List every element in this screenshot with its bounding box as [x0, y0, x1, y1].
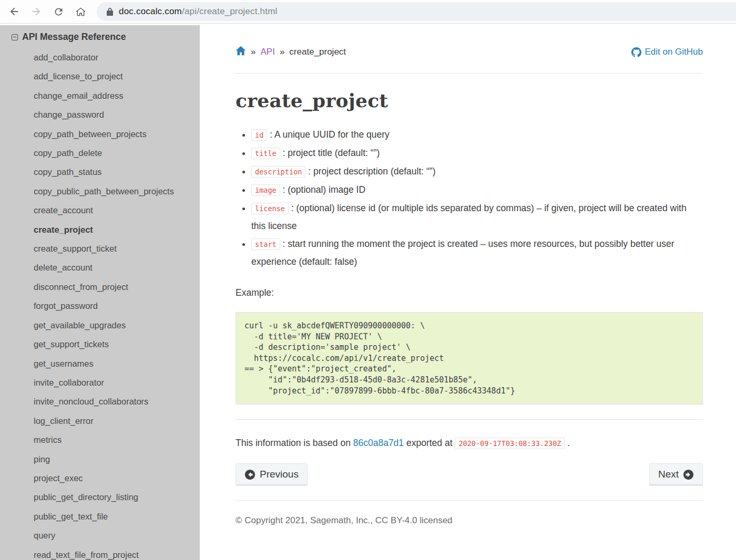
reload-icon — [53, 6, 64, 17]
param-license-code: license — [251, 203, 289, 214]
sidebar-item-forgot-password[interactable]: forgot_password — [0, 296, 200, 315]
arrow-circle-right-icon — [683, 469, 694, 480]
previous-button-label: Previous — [260, 469, 299, 480]
param-description-desc: : project description (default: “”) — [308, 166, 435, 177]
example-label: Example: — [236, 287, 703, 298]
back-arrow-icon — [8, 6, 20, 17]
sidebar-header[interactable]: API Message Reference — [0, 32, 200, 43]
sidebar-item-add-collaborator[interactable]: add_collaborator — [0, 48, 200, 67]
forward-button[interactable] — [27, 3, 45, 20]
sidebar-item-public-get-directory-listing[interactable]: public_get_directory_listing — [0, 488, 200, 506]
param-description: description : project description (defau… — [251, 163, 703, 181]
sidebar-item-copy-path-status[interactable]: copy_path_status — [0, 162, 200, 181]
sidebar-item-ping[interactable]: ping — [0, 450, 200, 469]
param-image-desc: : (optional) image ID — [283, 184, 366, 195]
param-id-code: id — [251, 129, 267, 141]
edit-on-github-link[interactable]: Edit on GitHub — [631, 47, 703, 57]
param-image-code: image — [251, 184, 280, 196]
param-title-code: title — [251, 148, 280, 159]
parameter-list: id : A unique UUID for the query title :… — [251, 126, 703, 271]
reload-button[interactable] — [49, 3, 67, 20]
home-icon — [75, 6, 86, 17]
github-icon — [631, 47, 641, 57]
sidebar-item-create-account[interactable]: create_account — [0, 201, 200, 220]
export-info-middle: exported at — [404, 438, 455, 448]
url-path: /api/create_project.html — [182, 6, 278, 16]
arrow-circle-left-icon — [244, 469, 255, 480]
sidebar-item-create-project[interactable]: create_project — [0, 220, 200, 239]
code-example-block: curl -u sk_abcdefQWERTY090900000000: \ -… — [236, 312, 703, 405]
url-bar[interactable]: doc.cocalc.com/api/create_project.html — [97, 2, 736, 21]
param-id: id : A unique UUID for the query — [251, 126, 703, 144]
breadcrumb-api-link[interactable]: API — [260, 47, 274, 57]
sidebar-list: add_collaborator add_license_to_project … — [0, 48, 200, 560]
next-button-label: Next — [658, 469, 679, 480]
sidebar-item-read-text-file-from-project[interactable]: read_text_file_from_project — [0, 545, 200, 560]
divider — [236, 500, 703, 501]
export-info-prefix: This information is based on — [236, 438, 353, 448]
sidebar-item-log-client-error[interactable]: log_client_error — [0, 411, 200, 430]
sidebar-item-copy-public-path-between-projects[interactable]: copy_public_path_between_projects — [0, 182, 200, 201]
param-license-desc: : (optional) license id (or multiple ids… — [251, 203, 687, 231]
home-button[interactable] — [71, 3, 89, 20]
param-id-desc: : A unique UUID for the query — [270, 129, 390, 140]
sidebar-item-project-exec[interactable]: project_exec — [0, 469, 200, 488]
sidebar-item-create-support-ticket[interactable]: create_support_ticket — [0, 239, 200, 258]
export-timestamp: 2020-09-17T03:08:33.230Z — [455, 438, 565, 449]
param-start-desc: : start running the moment the project i… — [251, 238, 674, 267]
param-title-desc: : project title (default: “”) — [283, 148, 380, 158]
sidebar-item-get-usernames[interactable]: get_usernames — [0, 354, 200, 373]
sidebar-item-change-password[interactable]: change_password — [0, 105, 200, 124]
sidebar-item-copy-path-delete[interactable]: copy_path_delete — [0, 143, 200, 162]
sidebar-item-change-email-address[interactable]: change_email_address — [0, 86, 200, 105]
next-button[interactable]: Next — [649, 463, 703, 485]
breadcrumb-current: create_project — [289, 47, 346, 57]
sidebar-item-query[interactable]: query — [0, 526, 200, 545]
sidebar-item-copy-path-between-projects[interactable]: copy_path_between_projects — [0, 125, 200, 143]
sidebar-item-disconnect-from-project[interactable]: disconnect_from_project — [0, 277, 200, 296]
sidebar-item-metrics[interactable]: metrics — [0, 430, 200, 449]
page-title: create_project — [236, 89, 703, 111]
copyright-text: © Copyright 2021, Sagemath, Inc., CC BY-… — [236, 515, 703, 526]
breadcrumb-separator: » — [251, 47, 255, 57]
param-title: title : project title (default: “”) — [251, 144, 703, 162]
sidebar: API Message Reference add_collaborator a… — [0, 25, 200, 560]
sidebar-item-get-support-tickets[interactable]: get_support_tickets — [0, 335, 200, 354]
forward-arrow-icon — [30, 6, 42, 17]
url-text: doc.cocalc.com/api/create_project.html — [119, 6, 277, 17]
back-button[interactable] — [5, 3, 23, 20]
param-image: image : (optional) image ID — [251, 181, 703, 199]
divider — [236, 73, 703, 74]
breadcrumb-separator: » — [280, 47, 284, 57]
edit-on-github-label: Edit on GitHub — [645, 47, 703, 57]
export-info-suffix: . — [565, 438, 570, 448]
browser-toolbar: doc.cocalc.com/api/create_project.html — [0, 0, 736, 24]
param-start: start : start running the moment the pro… — [251, 235, 703, 271]
divider — [236, 419, 703, 420]
collapse-icon[interactable] — [12, 34, 18, 40]
commit-link[interactable]: 86c0a8a7d1 — [353, 438, 404, 448]
param-start-code: start — [251, 238, 280, 250]
param-license: license : (optional) license id (or mult… — [251, 200, 703, 235]
sidebar-item-delete-account[interactable]: delete_account — [0, 258, 200, 277]
sidebar-item-get-available-upgrades[interactable]: get_available_upgrades — [0, 316, 200, 335]
main-content: » API » create_project Edit on GitHub cr… — [200, 24, 736, 560]
breadcrumb: » API » create_project — [236, 46, 346, 58]
breadcrumb-home-icon[interactable] — [236, 46, 246, 58]
lock-icon — [106, 7, 114, 16]
param-description-code: description — [251, 166, 305, 178]
sidebar-item-invite-collaborator[interactable]: invite_collaborator — [0, 373, 200, 392]
sidebar-item-public-get-text-file[interactable]: public_get_text_file — [0, 507, 200, 526]
url-host: doc.cocalc.com — [119, 6, 182, 16]
sidebar-header-label: API Message Reference — [22, 32, 126, 43]
previous-button[interactable]: Previous — [236, 463, 308, 485]
sidebar-item-invite-noncloud-collaborators[interactable]: invite_noncloud_collaborators — [0, 392, 200, 411]
sidebar-item-add-license-to-project[interactable]: add_license_to_project — [0, 67, 200, 86]
export-info: This information is based on 86c0a8a7d1 … — [236, 438, 703, 449]
